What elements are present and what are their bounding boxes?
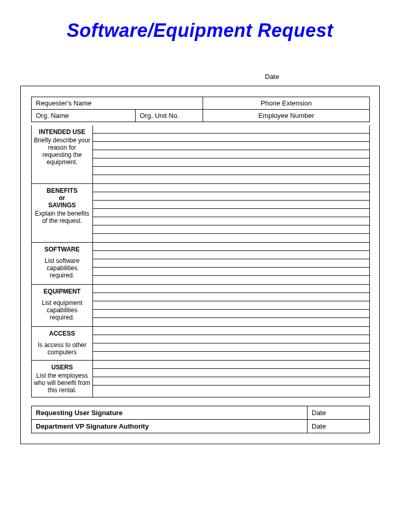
vp-sig-date-cell[interactable]: Date — [308, 420, 370, 433]
vp-sig-cell[interactable]: Department VP Signature Authority — [32, 420, 308, 433]
vp-sig-label: Department VP Signature Authority — [36, 422, 149, 430]
equipment-label: EQUIPMENT List equipment capabilities re… — [32, 285, 93, 327]
software-title: SOFTWARE — [34, 246, 90, 253]
form-frame: Requester's Name Phone Extension Org. Na… — [20, 86, 380, 444]
requester-info-table: Requester's Name Phone Extension Org. Na… — [31, 97, 370, 122]
vp-sig-date-label: Date — [312, 422, 326, 430]
emp-num-label: Employee Number — [258, 112, 314, 119]
org-name-label: Org. Name — [36, 112, 69, 119]
equipment-title: EQUIPMENT — [34, 288, 90, 295]
user-sig-date-label: Date — [312, 409, 326, 417]
access-title: ACCESS — [34, 330, 90, 337]
org-unit-label: Org. Unit No. — [140, 112, 179, 119]
access-desc: Is access to other computers — [34, 341, 90, 356]
emp-num-cell[interactable]: Employee Number — [203, 110, 370, 122]
benefits-desc: Explain the benefits of the request. — [34, 210, 90, 224]
users-desc: List the employess who will benefit from… — [34, 372, 90, 394]
users-label: USERS List the employess who will benefi… — [32, 361, 93, 397]
requester-name-label: Requester's Name — [36, 99, 91, 107]
requester-name-cell[interactable]: Requester's Name — [32, 97, 203, 110]
intended-title: INTENDED USE — [34, 128, 90, 136]
org-unit-cell[interactable]: Org. Unit No. — [136, 110, 203, 122]
equipment-lines[interactable] — [93, 285, 370, 327]
equipment-desc: List equipment capabilities required. — [34, 299, 90, 321]
users-lines[interactable] — [93, 361, 370, 397]
software-lines[interactable] — [93, 243, 370, 285]
intended-use-lines[interactable] — [93, 125, 370, 184]
benefits-title1: BENEFITS — [34, 187, 90, 194]
benefits-or: or — [34, 194, 90, 202]
sections-table: INTENDED USE Briefly describe your reaso… — [31, 125, 370, 397]
benefits-title2: SAVINGS — [34, 202, 90, 209]
intended-use-label: INTENDED USE Briefly describe your reaso… — [32, 125, 93, 184]
phone-ext-cell[interactable]: Phone Extension — [203, 97, 370, 110]
users-title: USERS — [34, 364, 90, 371]
signature-table: Requesting User Signature Date Departmen… — [31, 406, 370, 433]
access-lines[interactable] — [93, 327, 370, 361]
benefits-lines[interactable] — [93, 184, 370, 243]
user-sig-cell[interactable]: Requesting User Signature — [32, 406, 308, 420]
access-label: ACCESS Is access to other computers — [32, 327, 93, 361]
page-title: Software/Equipment Request — [0, 20, 400, 42]
benefits-label: BENEFITS or SAVINGS Explain the benefits… — [32, 184, 93, 243]
phone-ext-label: Phone Extension — [261, 99, 312, 107]
user-sig-date-cell[interactable]: Date — [308, 406, 370, 420]
software-label: SOFTWARE List software capabilities requ… — [32, 243, 93, 285]
intended-desc: Briefly describe your reason for request… — [34, 137, 90, 166]
date-label-top: Date — [265, 73, 400, 81]
org-name-cell[interactable]: Org. Name — [32, 110, 136, 122]
user-sig-label: Requesting User Signature — [36, 409, 123, 417]
software-desc: List software capabilities required. — [34, 257, 90, 279]
